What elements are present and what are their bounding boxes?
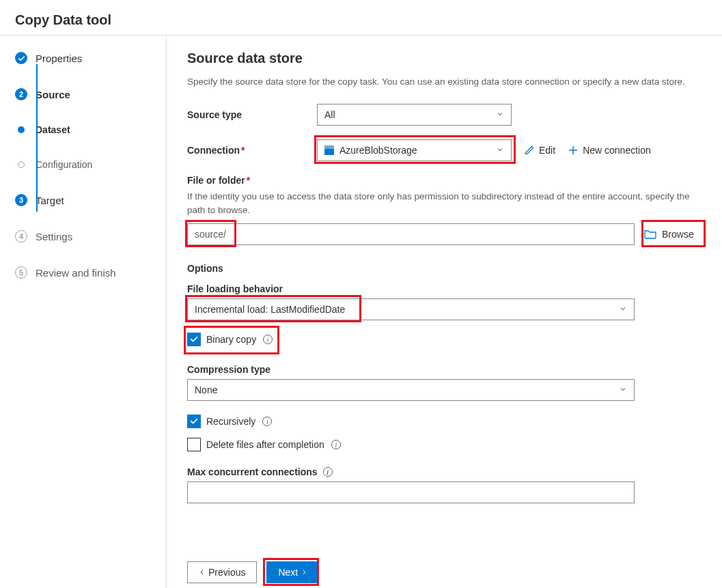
step-label: Source: [36, 89, 70, 100]
storage-icon: [324, 145, 334, 155]
recursively-label: Recursively: [206, 416, 255, 427]
recursively-checkbox[interactable]: [187, 415, 201, 428]
wizard-sidebar: Properties 2 Source Dataset Configuratio…: [0, 36, 167, 588]
chevron-down-icon: [496, 109, 504, 120]
info-icon[interactable]: i: [263, 335, 273, 344]
step-number-icon: 2: [15, 88, 27, 100]
check-icon: [189, 335, 199, 344]
substep-label: Dataset: [36, 124, 70, 135]
step-label: Settings: [36, 231, 72, 242]
step-number-icon: 3: [15, 194, 27, 206]
dot-icon: [18, 126, 25, 133]
info-icon[interactable]: i: [323, 467, 333, 477]
file-loading-label: File loading behavior: [187, 283, 708, 294]
page-description: Specify the source data store for the co…: [187, 76, 708, 87]
file-folder-label: File or folder*: [187, 175, 708, 186]
wizard-footer: Previous Next: [187, 552, 319, 583]
source-type-label: Source type: [187, 109, 317, 120]
step-number-icon: 4: [15, 230, 27, 242]
chevron-left-icon: [199, 569, 206, 576]
chevron-down-icon: [496, 145, 504, 156]
binary-copy-checkbox[interactable]: [187, 333, 201, 346]
edit-connection-button[interactable]: Edit: [524, 145, 555, 156]
previous-button[interactable]: Previous: [187, 561, 257, 583]
compression-dropdown[interactable]: None: [187, 379, 635, 401]
step-label: Target: [36, 195, 64, 206]
compression-label: Compression type: [187, 364, 708, 375]
info-icon[interactable]: i: [331, 440, 341, 449]
delete-after-label: Delete files after completion: [206, 439, 324, 450]
binary-copy-label: Binary copy: [206, 334, 256, 345]
step-label: Review and finish: [36, 267, 116, 279]
connection-label: Connection*: [187, 145, 317, 156]
page-title: Source data store: [187, 51, 708, 66]
connection-dropdown[interactable]: AzureBlobStorage: [317, 139, 512, 161]
max-conn-input[interactable]: [187, 481, 635, 503]
file-loading-value: Incremental load: LastModifiedDate: [195, 304, 345, 315]
step-properties[interactable]: Properties: [15, 52, 154, 64]
plus-icon: [568, 145, 579, 156]
compression-value: None: [195, 384, 217, 395]
source-type-dropdown[interactable]: All: [317, 104, 512, 126]
connection-value: AzureBlobStorage: [339, 145, 417, 156]
file-loading-dropdown[interactable]: Incremental load: LastModifiedDate: [187, 298, 635, 320]
info-icon[interactable]: i: [262, 417, 272, 426]
chevron-down-icon: [619, 384, 627, 395]
header: Copy Data tool: [0, 0, 722, 36]
folder-icon: [644, 229, 656, 240]
options-title: Options: [187, 263, 708, 274]
file-folder-hint: If the identity you use to access the da…: [187, 190, 708, 216]
step-settings[interactable]: 4 Settings: [15, 230, 154, 242]
chevron-down-icon: [619, 304, 627, 315]
pencil-icon: [524, 145, 535, 156]
new-connection-button[interactable]: New connection: [568, 145, 651, 156]
delete-after-checkbox[interactable]: [187, 438, 201, 451]
chevron-right-icon: [301, 569, 307, 576]
check-icon: [15, 52, 27, 64]
app-title: Copy Data tool: [15, 12, 708, 28]
step-number-icon: 5: [15, 266, 27, 279]
browse-button[interactable]: Browse: [644, 229, 694, 240]
next-button[interactable]: Next: [266, 561, 319, 583]
source-type-value: All: [324, 109, 335, 120]
file-folder-input[interactable]: [187, 223, 635, 245]
check-icon: [189, 417, 199, 426]
dot-icon: [18, 161, 25, 168]
substep-label: Configuration: [36, 159, 92, 170]
step-label: Properties: [36, 53, 82, 64]
main-panel: Source data store Specify the source dat…: [167, 36, 722, 588]
max-conn-label: Max concurrent connections: [187, 466, 318, 477]
step-review[interactable]: 5 Review and finish: [15, 266, 154, 279]
